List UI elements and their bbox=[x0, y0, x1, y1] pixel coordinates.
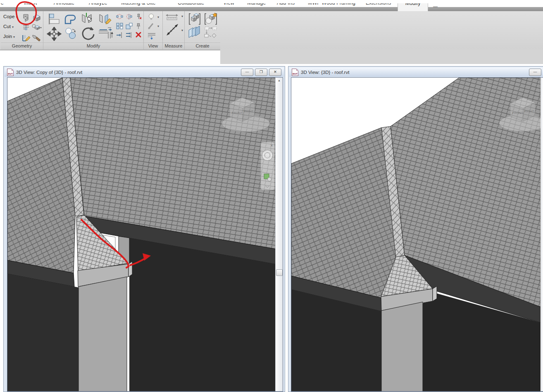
minimize-button[interactable]: — bbox=[241, 69, 253, 76]
panel-measure: ▾ ▾ Measure bbox=[163, 11, 185, 50]
create-parts-icon[interactable] bbox=[204, 26, 218, 38]
scale-icon[interactable] bbox=[126, 23, 133, 29]
left-view-window: RVT 3D View: Copy of {3D} - roof.rvt — ❐… bbox=[3, 66, 285, 392]
ribbon-collapse-icon[interactable]: — bbox=[433, 4, 438, 9]
right-window-title: 3D View: {3D} - roof.rvt bbox=[301, 70, 349, 75]
unjoin-geometry-icon[interactable] bbox=[31, 24, 42, 31]
ribbon: Cope▾ Cut▾ Join▾ Geometry bbox=[0, 11, 543, 50]
delete-icon[interactable] bbox=[135, 31, 142, 38]
chevron-down-icon[interactable]: ▾ bbox=[157, 24, 159, 28]
copy-icon[interactable] bbox=[64, 27, 78, 40]
vertical-scrollbar[interactable]: ▲ bbox=[275, 78, 283, 391]
right-view-window: RVT 3D View: {3D} - roof.rvt — bbox=[288, 66, 543, 392]
create-similar-icon[interactable] bbox=[187, 26, 202, 38]
right-wall bbox=[129, 238, 276, 392]
move-icon[interactable] bbox=[47, 27, 62, 41]
column bbox=[79, 277, 127, 392]
pin-icon[interactable] bbox=[136, 23, 141, 29]
panel-geometry: Cope▾ Cut▾ Join▾ Geometry bbox=[1, 11, 43, 50]
navigation-bar-body bbox=[261, 142, 274, 190]
right-3d-scene[interactable]: FRONT RIGHT bbox=[291, 78, 541, 392]
steering-wheel-icon bbox=[262, 150, 273, 161]
create-group-icon[interactable] bbox=[188, 12, 201, 26]
left-viewport[interactable]: FRONT RIGHT ✕ bbox=[7, 77, 283, 392]
navigation-bar[interactable]: ✕ bbox=[261, 142, 274, 190]
scroll-up-icon[interactable]: ▲ bbox=[276, 79, 283, 82]
left-window-titlebar[interactable]: RVT 3D View: Copy of {3D} - roof.rvt — ❐… bbox=[5, 67, 284, 77]
demolish-hammer-icon[interactable] bbox=[31, 33, 40, 43]
ribbon-tab-strip: Architecture Insert Annotate Analyze Mas… bbox=[0, 0, 543, 11]
vertical-scrollbar[interactable] bbox=[541, 78, 543, 391]
left-wall bbox=[7, 274, 79, 392]
column bbox=[381, 302, 423, 392]
panel-modify: Modify bbox=[43, 11, 144, 50]
panel-label-geometry: Geometry bbox=[1, 43, 43, 50]
cut-button[interactable]: Cut▾ bbox=[3, 24, 14, 29]
mirror-draw-axis-icon[interactable] bbox=[126, 14, 133, 20]
rvt-file-icon: RVT bbox=[7, 69, 14, 76]
right-viewport[interactable]: FRONT RIGHT bbox=[291, 77, 543, 392]
measure-along-element-icon[interactable] bbox=[165, 23, 179, 37]
unpin-icon[interactable] bbox=[135, 13, 142, 20]
array-icon[interactable] bbox=[116, 23, 123, 29]
split-face-icon[interactable] bbox=[21, 33, 31, 43]
eave-fascia-box-end bbox=[129, 261, 132, 277]
left-window-title: 3D View: Copy of {3D} - roof.rvt bbox=[16, 70, 82, 75]
scrollbar-thumb[interactable] bbox=[276, 269, 283, 276]
thin-lines-icon[interactable] bbox=[147, 32, 156, 40]
panel-view: ▾ ▾ View bbox=[144, 11, 163, 50]
viewcube-right-label: RIGHT bbox=[244, 109, 254, 113]
navbar-close-icon[interactable]: ✕ bbox=[270, 144, 273, 147]
screenshot-top-crop bbox=[0, 0, 543, 3]
minimize-button[interactable]: — bbox=[529, 69, 541, 76]
trim-extend-single-icon[interactable] bbox=[116, 32, 123, 38]
viewcube-front-label: FRONT bbox=[232, 111, 243, 115]
panel-create: Create bbox=[185, 11, 220, 50]
trim-extend-multiple-icon[interactable] bbox=[126, 32, 133, 38]
chevron-down-icon[interactable]: ▾ bbox=[157, 15, 159, 19]
panel-label-measure: Measure bbox=[163, 43, 184, 50]
revit-app: Architecture Insert Annotate Analyze Mas… bbox=[0, 0, 543, 392]
eave-fascia-box-end bbox=[433, 286, 437, 301]
measure-between-refs-icon[interactable] bbox=[165, 13, 179, 21]
panel-label-modify: Modify bbox=[43, 43, 143, 50]
chevron-down-icon: ▾ bbox=[13, 35, 15, 39]
close-button[interactable]: ✕ bbox=[269, 69, 281, 76]
left-3d-scene[interactable]: FRONT RIGHT ✕ bbox=[7, 78, 276, 392]
viewcube-front-label: FRONT bbox=[512, 111, 523, 115]
panel-label-view: View bbox=[144, 43, 162, 50]
join-button[interactable]: Join▾ bbox=[3, 34, 15, 39]
mirror-pick-axis-icon[interactable] bbox=[116, 14, 123, 20]
tab-band bbox=[0, 7, 543, 11]
join-unjoin-roof-icon[interactable] bbox=[21, 13, 31, 23]
rvt-file-icon: RVT bbox=[292, 69, 298, 76]
right-window-titlebar[interactable]: RVT 3D View: {3D} - roof.rvt — bbox=[289, 67, 543, 77]
chevron-down-icon[interactable]: ▾ bbox=[181, 29, 183, 32]
lightbulb-icon[interactable] bbox=[147, 13, 155, 21]
offset-icon[interactable] bbox=[63, 13, 77, 25]
ribbon-background-extension bbox=[220, 50, 543, 64]
align-icon[interactable] bbox=[48, 13, 61, 25]
paintbrush-icon[interactable] bbox=[147, 22, 155, 30]
restore-button[interactable]: ❐ bbox=[255, 69, 267, 76]
split-with-gap-icon[interactable] bbox=[97, 12, 112, 25]
chevron-down-icon: ▾ bbox=[16, 15, 18, 19]
panel-label-create: Create bbox=[185, 43, 220, 50]
viewcube-right-label: RIGHT bbox=[524, 109, 534, 113]
trim-extend-corner-icon[interactable] bbox=[97, 26, 114, 41]
wall-joins-icon[interactable] bbox=[22, 24, 30, 31]
create-assembly-icon[interactable] bbox=[204, 12, 218, 26]
cope-button[interactable]: Cope▾ bbox=[3, 14, 18, 19]
split-element-icon[interactable] bbox=[80, 12, 95, 25]
chevron-down-icon[interactable]: ▾ bbox=[181, 14, 183, 18]
chevron-down-icon: ▾ bbox=[12, 25, 14, 29]
rotate-icon[interactable] bbox=[80, 26, 96, 41]
beam-column-joins-icon[interactable] bbox=[32, 14, 41, 22]
